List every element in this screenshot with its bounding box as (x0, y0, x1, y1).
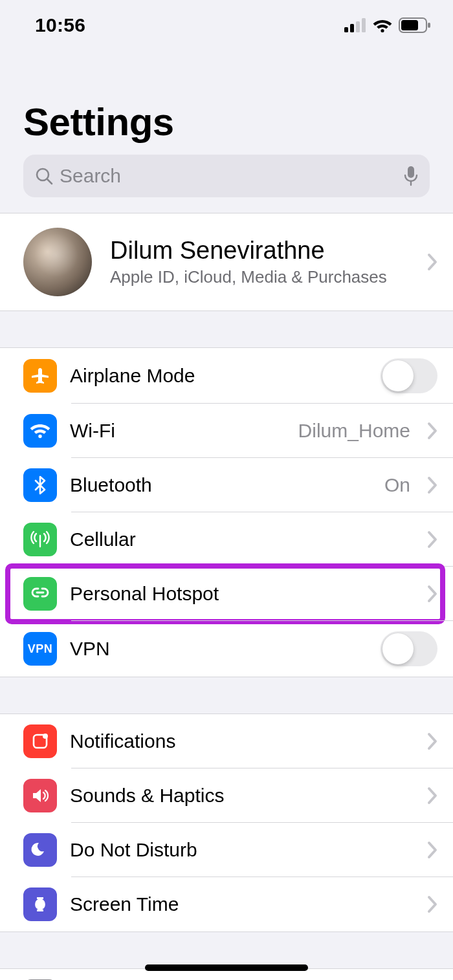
notifications-icon (23, 724, 57, 758)
row-label: Notifications (70, 730, 414, 752)
row-label: Screen Time (70, 893, 414, 915)
row-label: Airplane Mode (70, 365, 368, 387)
dnd-icon (23, 833, 57, 867)
row-personal-hotspot[interactable]: Personal Hotspot (0, 567, 453, 621)
status-time: 10:56 (35, 14, 85, 36)
status-icons (344, 17, 431, 33)
row-do-not-disturb[interactable]: Do Not Disturb (0, 823, 453, 877)
row-label: Personal Hotspot (70, 583, 414, 605)
bluetooth-detail: On (384, 474, 410, 496)
profile-row[interactable]: Dilum Senevirathne Apple ID, iCloud, Med… (0, 213, 453, 310)
home-indicator[interactable] (145, 964, 308, 971)
row-label: VPN (70, 638, 368, 660)
airplane-icon (23, 359, 57, 393)
wifi-icon (372, 17, 393, 33)
row-notifications[interactable]: Notifications (0, 714, 453, 768)
settings-group-alerts: Notifications Sounds & Haptics Do Not Di… (0, 713, 453, 932)
svg-rect-6 (401, 20, 418, 30)
row-label: Wi-Fi (70, 420, 285, 442)
cellular-icon (23, 523, 57, 556)
row-bluetooth[interactable]: Bluetooth On (0, 458, 453, 512)
search-input[interactable] (60, 165, 397, 187)
chevron-right-icon (427, 253, 437, 271)
svg-rect-2 (356, 21, 360, 32)
hotspot-icon (23, 577, 57, 611)
wifi-app-icon (23, 414, 57, 448)
row-wifi[interactable]: Wi-Fi Dilum_Home (0, 404, 453, 458)
row-label: Sounds & Haptics (70, 785, 414, 807)
row-screen-time[interactable]: Screen Time (0, 877, 453, 931)
chevron-right-icon (427, 585, 437, 603)
chevron-right-icon (427, 476, 437, 494)
page-title: Settings (23, 100, 430, 144)
row-label: Do Not Disturb (70, 839, 414, 861)
chevron-right-icon (427, 787, 437, 805)
row-label: Bluetooth (70, 474, 371, 496)
vpn-icon: VPN (23, 632, 57, 666)
chevron-right-icon (427, 841, 437, 859)
row-airplane-mode[interactable]: Airplane Mode (0, 348, 453, 404)
row-vpn[interactable]: VPN VPN (0, 621, 453, 677)
bluetooth-icon (23, 468, 57, 502)
sounds-icon (23, 779, 57, 812)
profile-section: Dilum Senevirathne Apple ID, iCloud, Med… (0, 213, 453, 311)
svg-point-4 (381, 29, 384, 32)
row-sounds[interactable]: Sounds & Haptics (0, 768, 453, 823)
search-field[interactable] (23, 155, 430, 197)
row-label: Cellular (70, 528, 414, 550)
mic-icon[interactable] (404, 166, 418, 186)
search-icon (35, 167, 53, 185)
battery-icon (399, 17, 431, 33)
profile-name: Dilum Senevirathne (110, 237, 409, 265)
svg-rect-1 (350, 24, 354, 32)
svg-rect-0 (344, 27, 348, 32)
screen-time-icon (23, 887, 57, 921)
svg-rect-7 (428, 23, 430, 28)
svg-line-9 (47, 179, 52, 184)
svg-point-12 (38, 435, 41, 438)
cellular-signal-icon (344, 18, 366, 32)
profile-subtitle: Apple ID, iCloud, Media & Purchases (110, 267, 409, 287)
row-cellular[interactable]: Cellular (0, 512, 453, 567)
chevron-right-icon (427, 732, 437, 750)
wifi-detail: Dilum_Home (298, 420, 410, 442)
search-container (0, 155, 453, 213)
chevron-right-icon (427, 530, 437, 549)
header: Settings (0, 41, 453, 155)
avatar (23, 228, 92, 296)
svg-rect-10 (408, 166, 414, 178)
svg-rect-3 (362, 18, 366, 32)
chevron-right-icon (427, 895, 437, 913)
vpn-toggle[interactable] (381, 631, 437, 666)
chevron-right-icon (427, 422, 437, 440)
airplane-toggle[interactable] (381, 358, 437, 393)
svg-point-15 (43, 734, 48, 739)
status-bar: 10:56 (0, 0, 453, 41)
settings-group-connectivity: Airplane Mode Wi-Fi Dilum_Home Bluetooth… (0, 347, 453, 677)
